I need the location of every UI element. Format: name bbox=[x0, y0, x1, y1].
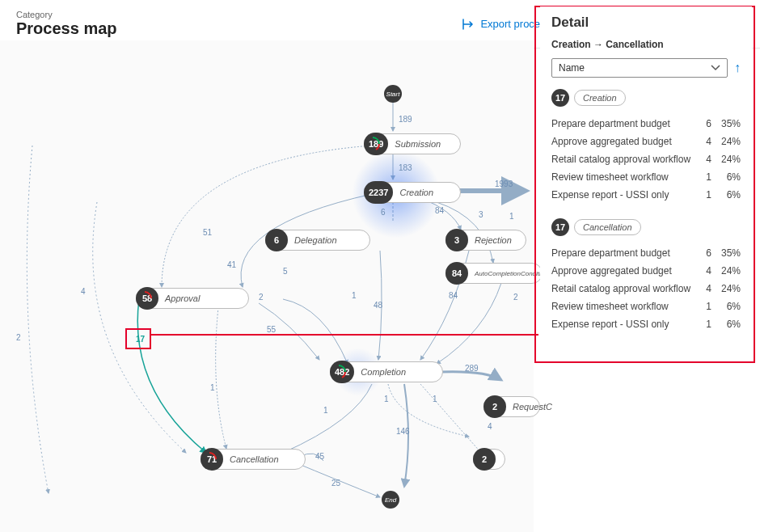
item-percent: 35% bbox=[711, 247, 741, 259]
cancellation-node[interactable]: 71 Cancellation bbox=[201, 449, 306, 470]
completion-node[interactable]: 482 Completion bbox=[330, 361, 443, 382]
requestc-node[interactable]: 2 RequestC bbox=[483, 396, 540, 417]
extra-node[interactable]: 2 bbox=[473, 449, 505, 470]
edge-label: 41 bbox=[227, 260, 236, 269]
rejection-node[interactable]: 3 Rejection bbox=[445, 230, 526, 251]
edge-label: 55 bbox=[267, 325, 276, 334]
arc-icon bbox=[201, 451, 217, 467]
page-title: Process map bbox=[16, 19, 117, 38]
edge-label-selected: 17 bbox=[136, 335, 145, 344]
edge-label: 84 bbox=[435, 206, 444, 215]
edge-label: 1 bbox=[384, 395, 389, 403]
detail-section-header: 17 Creation bbox=[551, 89, 741, 107]
detail-subtitle: Creation → Cancellation bbox=[551, 39, 741, 50]
edge-label: 6 bbox=[381, 208, 386, 217]
item-count: 4 bbox=[695, 136, 711, 147]
arc-icon bbox=[137, 290, 153, 306]
edge-label: 3 bbox=[479, 210, 483, 219]
section-count: 17 bbox=[551, 89, 569, 107]
edge-label: 2 bbox=[16, 333, 21, 342]
item-count: 4 bbox=[695, 265, 711, 277]
detail-item-row[interactable]: Review timesheet workflow 1 6% bbox=[551, 298, 741, 315]
edge-label: 2 bbox=[259, 293, 264, 302]
detail-section-header: 17 Cancellation bbox=[551, 218, 741, 236]
process-map-canvas[interactable]: Start End 189 Submission 2237 Creation 6… bbox=[0, 40, 534, 532]
item-percent: 24% bbox=[711, 154, 741, 165]
edge-label: 84 bbox=[449, 291, 458, 300]
autocomplete-node[interactable]: 84 AutoCompletionConditionEvaluat bbox=[445, 263, 543, 284]
section-pill: Cancellation bbox=[574, 219, 641, 235]
item-percent: 35% bbox=[711, 118, 741, 129]
edge-label: 189 bbox=[399, 115, 412, 124]
arc-icon bbox=[331, 364, 347, 380]
edge-label: 4 bbox=[81, 287, 86, 296]
detail-item-row[interactable]: Expense report - USSI only 1 6% bbox=[551, 186, 741, 204]
export-icon bbox=[462, 19, 475, 30]
chevron-down-icon bbox=[711, 65, 720, 71]
detail-item-row[interactable]: Prepare department budget 6 35% bbox=[551, 244, 741, 262]
detail-item-row[interactable]: Approve aggregated budget 4 24% bbox=[551, 133, 741, 150]
item-count: 6 bbox=[695, 247, 711, 259]
end-node[interactable]: End bbox=[382, 491, 399, 509]
edge-label: 51 bbox=[203, 228, 212, 237]
detail-item-row[interactable]: Prepare department budget 6 35% bbox=[551, 115, 741, 133]
item-name: Approve aggregated budget bbox=[551, 265, 695, 277]
section-count: 17 bbox=[551, 218, 569, 236]
edge-label: 5 bbox=[283, 267, 288, 276]
title-block: Category Process map bbox=[16, 10, 117, 38]
detail-title: Detail bbox=[551, 15, 741, 31]
detail-item-row[interactable]: Review timesheet workflow 1 6% bbox=[551, 168, 741, 186]
item-count: 1 bbox=[695, 189, 711, 201]
item-percent: 6% bbox=[711, 319, 741, 330]
item-count: 4 bbox=[695, 154, 711, 165]
item-count: 1 bbox=[695, 171, 711, 183]
item-count: 6 bbox=[695, 118, 711, 129]
edge-label: 289 bbox=[465, 364, 479, 373]
sort-select[interactable]: Name bbox=[551, 58, 728, 78]
item-name: Retail catalog approval workflow bbox=[551, 283, 695, 294]
item-percent: 24% bbox=[711, 265, 741, 277]
item-name: Expense report - USSI only bbox=[551, 189, 695, 201]
section-pill: Creation bbox=[574, 90, 626, 106]
edge-label: 1 bbox=[433, 395, 437, 403]
arc-icon bbox=[365, 136, 381, 152]
category-label: Category bbox=[16, 10, 117, 19]
item-percent: 6% bbox=[711, 171, 741, 183]
item-name: Prepare department budget bbox=[551, 247, 695, 259]
edge-label: 25 bbox=[331, 479, 340, 488]
edge-label: 183 bbox=[399, 163, 412, 172]
delegation-node[interactable]: 6 Delegation bbox=[265, 230, 370, 251]
edge-label: 146 bbox=[396, 427, 410, 436]
item-name: Prepare department budget bbox=[551, 118, 695, 129]
annotation-arrow bbox=[150, 334, 538, 336]
edge-label: 1 bbox=[210, 383, 215, 392]
detail-item-row[interactable]: Retail catalog approval workflow 4 24% bbox=[551, 280, 741, 298]
item-name: Expense report - USSI only bbox=[551, 319, 695, 330]
approval-node[interactable]: 58 Approval bbox=[136, 288, 249, 309]
edge-label: 48 bbox=[374, 301, 382, 310]
edge-label: 1 bbox=[352, 291, 357, 300]
edge-label: 45 bbox=[315, 452, 324, 461]
sort-direction-button[interactable]: ↑ bbox=[734, 61, 741, 75]
creation-node[interactable]: 2237 Creation bbox=[364, 182, 461, 203]
edge-label: 4 bbox=[488, 422, 492, 431]
edge-label: 1993 bbox=[495, 179, 513, 188]
detail-item-row[interactable]: Approve aggregated budget 4 24% bbox=[551, 262, 741, 280]
item-percent: 24% bbox=[711, 136, 741, 147]
item-name: Review timesheet workflow bbox=[551, 301, 695, 312]
detail-item-row[interactable]: Expense report - USSI only 1 6% bbox=[551, 315, 741, 333]
edge-label: 1 bbox=[323, 406, 328, 415]
submission-node[interactable]: 189 Submission bbox=[364, 133, 461, 154]
edge-label: 1 bbox=[509, 212, 514, 221]
item-name: Approve aggregated budget bbox=[551, 136, 695, 147]
item-count: 1 bbox=[695, 301, 711, 312]
detail-panel: Detail Creation → Cancellation Name ↑ 17… bbox=[540, 6, 752, 341]
item-percent: 24% bbox=[711, 283, 741, 294]
item-name: Review timesheet workflow bbox=[551, 171, 695, 183]
start-node[interactable]: Start bbox=[384, 85, 402, 103]
item-count: 4 bbox=[695, 283, 711, 294]
item-percent: 6% bbox=[711, 189, 741, 201]
item-name: Retail catalog approval workflow bbox=[551, 154, 695, 165]
detail-item-row[interactable]: Retail catalog approval workflow 4 24% bbox=[551, 150, 741, 168]
item-percent: 6% bbox=[711, 301, 741, 312]
